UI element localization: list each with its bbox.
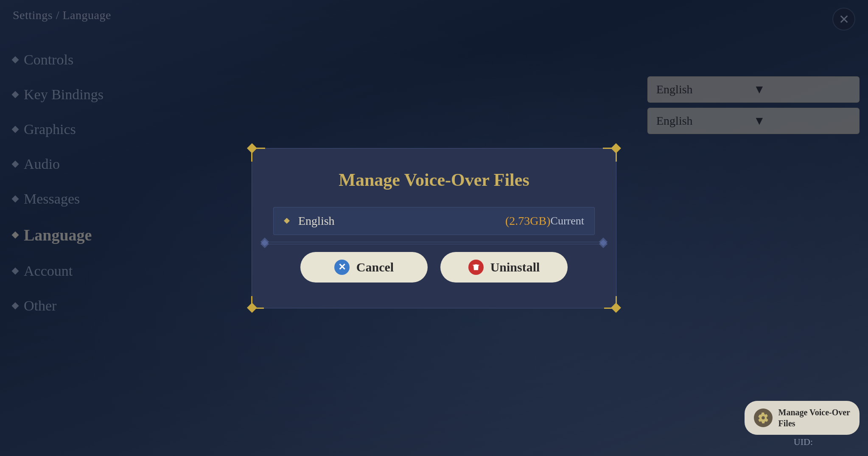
manage-voiceover-tooltip[interactable]: Manage Voice-OverFiles — [745, 401, 860, 435]
corner-decoration-tr — [611, 143, 621, 154]
tooltip-label: Manage Voice-OverFiles — [778, 407, 850, 429]
corner-decoration-tl — [247, 143, 257, 154]
cancel-button[interactable]: ✕ Cancel — [300, 252, 428, 283]
cancel-icon: ✕ — [334, 260, 350, 275]
voiceover-file-size: (2.73GB) — [505, 214, 551, 228]
trash-icon — [468, 260, 484, 275]
modal-title: Manage Voice-Over Files — [273, 170, 595, 190]
voiceover-status: Current — [551, 215, 584, 227]
border-corner-bl — [251, 296, 264, 309]
cancel-label: Cancel — [356, 260, 394, 274]
modal-buttons: ✕ Cancel Uninstall — [273, 252, 595, 283]
uninstall-button[interactable]: Uninstall — [440, 252, 568, 283]
modal-overlay: Manage Voice-Over Files English (2.73GB)… — [0, 0, 868, 456]
voiceover-entry-english[interactable]: English (2.73GB) Current — [273, 207, 595, 235]
selected-diamond-icon — [284, 218, 290, 224]
voiceover-list: English (2.73GB) Current — [273, 207, 595, 235]
divider-bottom — [260, 244, 608, 244]
divider-top — [260, 242, 608, 242]
border-corner-br — [604, 296, 617, 309]
manage-voiceover-modal: Manage Voice-Over Files English (2.73GB)… — [252, 148, 616, 308]
uid-label: UID: — [794, 436, 813, 448]
uninstall-label: Uninstall — [490, 260, 540, 274]
gear-icon — [754, 408, 773, 427]
voiceover-language-name: English — [298, 214, 501, 228]
